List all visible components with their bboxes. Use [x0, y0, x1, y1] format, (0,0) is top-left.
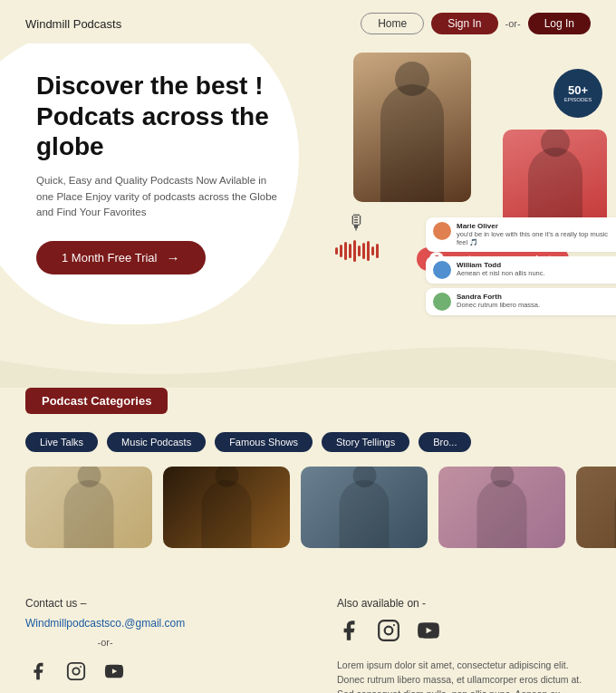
comment-avatar [433, 293, 451, 311]
instagram-icon[interactable] [63, 659, 89, 684]
hero-images: 50+ EPISODES 🎙 🎙 [326, 53, 607, 333]
navbar: Windmill Podcasts Home Sign In -or- Log … [0, 0, 616, 43]
footer: Contact us – Windmillpodcastsco.@gmail.c… [0, 575, 616, 693]
logo: Windmill Podcasts [25, 17, 121, 31]
comment-avatar [433, 261, 451, 279]
nav-or-text: -or- [505, 18, 521, 29]
person1-silhouette [380, 84, 444, 202]
comment-card: Sandra Forth Donec rutrum libero massa. [426, 288, 616, 315]
footer-youtube-icon[interactable] [417, 619, 440, 648]
hero-main-image [353, 53, 471, 202]
cat-person-silhouette [202, 480, 252, 548]
tab-broadcast[interactable]: Bro... [419, 432, 471, 452]
episodes-badge: 50+ EPISODES [553, 69, 602, 118]
trial-button[interactable]: 1 Month Free Trial → [36, 241, 206, 274]
cat-person-silhouette [340, 480, 390, 548]
comment-content: Sandra Forth Donec rutrum libero massa. [457, 293, 540, 310]
nav-actions: Home Sign In -or- Log In [361, 13, 591, 34]
svg-point-2 [80, 666, 82, 668]
svg-point-1 [72, 668, 79, 674]
waveform-bar [371, 246, 374, 255]
signin-button[interactable]: Sign In [431, 13, 497, 34]
divider-wave [0, 342, 616, 388]
footer-social-icons [25, 659, 185, 684]
waveform-bar [358, 245, 361, 256]
category-card-live-talks [25, 467, 152, 548]
comment-card: Marie Oliver you'd be in love with this … [426, 217, 616, 253]
tab-famous-shows[interactable]: Famous Shows [215, 432, 313, 452]
footer-or-text: -or- [25, 637, 185, 648]
footer-contact-label: Contact us – [25, 597, 185, 610]
hero-description: Quick, Easy and Quality Podcasts Now Avi… [36, 173, 281, 221]
tab-live-talks[interactable]: Live Talks [25, 432, 98, 452]
category-card-story [438, 467, 565, 548]
waveform-bar [353, 240, 356, 262]
mic-area: 🎙 [335, 211, 379, 264]
categories-tabs: Live Talks Music Podcasts Famous Shows S… [0, 432, 616, 467]
section-divider [0, 342, 616, 388]
waveform-bar [376, 244, 379, 258]
categories-grid [0, 467, 616, 548]
waveform-bar [367, 241, 370, 261]
comment-text: Donec rutrum libero massa. [457, 301, 540, 310]
comments-area: Marie Oliver you'd be in love with this … [426, 217, 616, 316]
comment-name: Sandra Forth [457, 293, 540, 301]
comment-text: you'd be in love with this one it's a re… [457, 230, 616, 248]
comment-avatar [433, 222, 451, 240]
footer-right: Also available on - Lorem ipsum dolor si… [337, 597, 591, 693]
tab-story-tellings[interactable]: Story Tellings [322, 432, 409, 452]
badge-subtitle: EPISODES [564, 97, 592, 103]
home-button[interactable]: Home [361, 13, 424, 34]
categories-badge-label: Podcast Categories [25, 388, 168, 414]
svg-rect-3 [379, 621, 399, 640]
category-card-broadcast [576, 467, 616, 548]
comment-name: Marie Oliver [457, 222, 616, 230]
badge-number: 50+ [568, 83, 588, 97]
cat-person-silhouette [64, 480, 114, 548]
footer-available-label: Also available on - [337, 597, 426, 610]
hero-content: Discover the best ! Podcats across the g… [0, 43, 308, 293]
footer-instagram-icon[interactable] [377, 619, 400, 648]
hero-title: Discover the best ! Podcats across the g… [36, 71, 283, 162]
hero-section: Discover the best ! Podcats across the g… [0, 43, 616, 342]
arrow-icon: → [167, 250, 180, 265]
category-card-shows [301, 467, 428, 548]
categories-section: Podcast Categories Live Talks Music Podc… [0, 388, 616, 575]
trial-button-label: 1 Month Free Trial [62, 251, 158, 265]
waveform-bar [349, 244, 351, 258]
cat-person-silhouette [477, 480, 527, 548]
footer-email[interactable]: Windmillpodcastsco.@gmail.com [25, 617, 185, 630]
waveform-bar [344, 242, 347, 260]
category-card-music [163, 467, 290, 548]
comment-name: William Todd [457, 261, 545, 269]
facebook-icon[interactable] [25, 659, 51, 684]
svg-rect-0 [68, 663, 84, 679]
footer-facebook-icon[interactable] [337, 619, 361, 648]
svg-point-5 [393, 624, 395, 626]
footer-platform-icons [337, 619, 440, 648]
microphone-icon: 🎙 [347, 211, 367, 235]
login-button[interactable]: Log In [528, 13, 591, 34]
comment-text: Aenean et nisl non allis nunc. [457, 269, 545, 278]
comment-card: William Todd Aenean et nisl non allis nu… [426, 256, 616, 284]
person1-image [353, 53, 471, 202]
comment-content: Marie Oliver you'd be in love with this … [457, 222, 616, 248]
categories-header: Podcast Categories [0, 388, 616, 432]
footer-left: Contact us – Windmillpodcastsco.@gmail.c… [25, 597, 185, 684]
waveform [335, 238, 379, 264]
youtube-icon[interactable] [101, 659, 127, 684]
waveform-bar [340, 245, 342, 257]
svg-point-4 [385, 627, 393, 635]
waveform-bar [362, 243, 365, 259]
tab-music-podcasts[interactable]: Music Podcasts [107, 432, 206, 452]
comment-content: William Todd Aenean et nisl non allis nu… [457, 261, 545, 278]
footer-description: Lorem ipsum dolor sit amet, consectetur … [337, 659, 591, 693]
waveform-bar [335, 247, 338, 255]
